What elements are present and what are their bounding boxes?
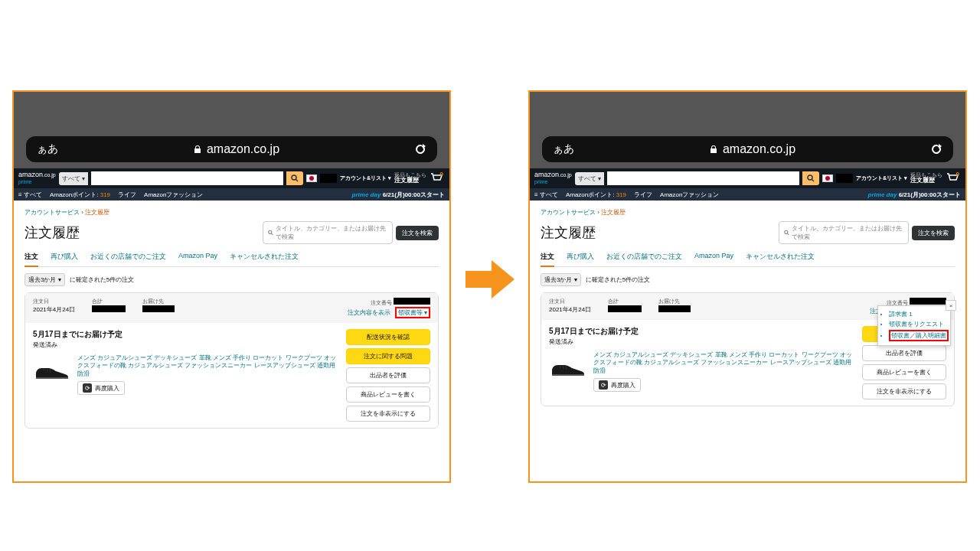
search-icon xyxy=(784,230,789,236)
crumb-account[interactable]: アカウントサービス xyxy=(24,209,80,216)
transition-arrow-icon xyxy=(466,260,514,298)
period-dropdown[interactable]: 過去3か月 ▾ xyxy=(24,273,65,286)
order-search-input[interactable]: タイトル、カテゴリー、またはお届け先で検索 xyxy=(779,221,909,244)
nav-all[interactable]: ≡ すべて xyxy=(534,191,558,199)
amazon-logo[interactable]: amazon.co.jp prime xyxy=(534,171,572,185)
amazon-logo[interactable]: amazon.co.jp prime xyxy=(18,171,56,185)
close-icon[interactable]: × xyxy=(946,300,956,311)
highlight-receipt-detail: 領収書／購入明細書 xyxy=(889,330,949,341)
primeday-banner[interactable]: prime day 6/21(月)00:00スタート xyxy=(352,191,445,199)
ship-status: 発送済み xyxy=(33,340,338,350)
product-title[interactable]: メンズ カジュアルシューズ デッキシューズ 革靴 メンズ 手作り ローカット ワ… xyxy=(77,354,338,378)
crumb-account[interactable]: アカウントサービス xyxy=(541,209,596,216)
breadcrumb: アカウントサービス › 注文履歴 xyxy=(541,205,955,218)
rate-seller-button[interactable]: 出品者を評価 xyxy=(862,345,946,361)
track-button[interactable]: 配送状況を確認 xyxy=(346,329,430,345)
nav-life[interactable]: ライフ xyxy=(118,191,136,199)
nav-all[interactable]: ≡ すべて xyxy=(18,191,42,199)
account-menu[interactable]: アカウント&リスト ▾ xyxy=(856,175,907,181)
primeday-banner[interactable]: prime day 6/21(月)00:00スタート xyxy=(868,191,961,199)
lock-icon xyxy=(709,145,718,154)
search-category-dropdown[interactable]: すべて ▾ xyxy=(575,172,604,185)
search-input[interactable] xyxy=(607,171,799,185)
product-image[interactable] xyxy=(549,351,587,382)
page-title: 注文履歴 xyxy=(24,223,80,242)
receipt-popover: × 請求書 1 領収書をリクエスト 領収書／購入明細書 xyxy=(877,305,951,346)
nav-points[interactable]: Amazonポイント: 319 xyxy=(50,191,110,199)
order-search-input[interactable]: タイトル、カテゴリー、またはお届け先で検索 xyxy=(263,221,393,244)
delivery-estimate: 5月17日までにお届け予定 xyxy=(549,326,854,337)
shoe-icon xyxy=(549,354,587,379)
flag-jp-icon[interactable] xyxy=(822,174,833,182)
product-image[interactable] xyxy=(33,354,71,385)
receipt-dropdown[interactable]: 領収書等 ▾ xyxy=(398,309,427,316)
period-dropdown[interactable]: 過去3か月 ▾ xyxy=(541,273,581,286)
svg-point-4 xyxy=(808,175,812,180)
receipt-item-invoice[interactable]: 請求書 1 xyxy=(889,309,946,319)
nav-life[interactable]: ライフ xyxy=(634,191,652,199)
review-button[interactable]: 商品レビューを書く xyxy=(862,364,946,380)
browser-chrome: ぁあ amazon.co.jp xyxy=(530,92,965,168)
reload-icon[interactable] xyxy=(414,143,426,155)
account-menu[interactable]: アカウント&リスト ▾ xyxy=(340,175,391,181)
search-input[interactable] xyxy=(91,171,283,185)
refresh-icon: ⟳ xyxy=(599,380,608,390)
nav-fashion[interactable]: Amazonファッション xyxy=(660,191,719,199)
tab-pay[interactable]: Amazon Pay xyxy=(694,252,733,262)
receipt-item-request[interactable]: 領収書をリクエスト xyxy=(889,319,946,329)
redacted xyxy=(658,305,691,312)
tab-cancelled[interactable]: キャンセルされた注文 xyxy=(746,252,815,262)
reload-icon[interactable] xyxy=(930,143,942,155)
hide-order-button[interactable]: 注文を非表示にする xyxy=(862,383,946,399)
product-title[interactable]: メンズ カジュアルシューズ デッキシューズ 革靴 メンズ 手作り ローカット ワ… xyxy=(593,351,854,375)
orders-link[interactable]: 返品もこちら 注文履歴 xyxy=(910,172,942,184)
svg-line-3 xyxy=(271,233,273,235)
delivery-estimate: 5月17日までにお届け予定 xyxy=(33,329,338,340)
problem-button[interactable]: 注文に関する問題 xyxy=(346,348,430,364)
tab-orders[interactable]: 注文 xyxy=(24,252,38,267)
order-search-button[interactable]: 注文を検索 xyxy=(912,226,955,240)
amazon-header: amazon.co.jp prime すべて ▾ アカウント&リスト ▾ 返品も… xyxy=(14,168,449,188)
order-search-button[interactable]: 注文を検索 xyxy=(396,226,439,240)
screenshot-after: ぁあ amazon.co.jp amazon.co.jp prime すべて ▾… xyxy=(528,90,967,483)
hide-order-button[interactable]: 注文を非表示にする xyxy=(346,406,430,422)
order-card-header: 注文日2021年4月24日 合計 お届け先 注文番号 注文内容を表示 領収書等 … xyxy=(25,293,438,323)
tab-store[interactable]: お近くの店舗でのご注文 xyxy=(606,252,682,262)
reader-icon[interactable]: ぁあ xyxy=(553,142,574,156)
tab-cancelled[interactable]: キャンセルされた注文 xyxy=(230,252,299,262)
buy-again-button[interactable]: ⟳ 再度購入 xyxy=(593,378,641,392)
buy-again-button[interactable]: ⟳ 再度購入 xyxy=(77,381,125,395)
svg-line-7 xyxy=(787,233,789,235)
reader-icon[interactable]: ぁあ xyxy=(37,142,58,156)
nav-fashion[interactable]: Amazonファッション xyxy=(144,191,203,199)
receipt-item-detail[interactable]: 領収書／購入明細書 xyxy=(889,329,946,342)
search-button[interactable] xyxy=(802,171,819,185)
tab-buyagain[interactable]: 再び購入 xyxy=(51,252,78,262)
address-bar[interactable]: ぁあ amazon.co.jp xyxy=(542,136,953,162)
nav-points[interactable]: Amazonポイント: 319 xyxy=(566,191,626,199)
redacted xyxy=(320,174,337,183)
search-icon xyxy=(291,174,299,182)
flag-jp-icon[interactable] xyxy=(306,174,317,182)
cart-icon[interactable]: 0 xyxy=(430,172,445,184)
page-content: アカウントサービス › 注文履歴 注文履歴 タイトル、カテゴリー、またはお届け先… xyxy=(530,201,965,411)
crumb-current: 注文履歴 xyxy=(85,209,109,216)
search-button[interactable] xyxy=(286,171,303,185)
order-tabs: 注文 再び購入 お近くの店舗でのご注文 Amazon Pay キャンセルされた注… xyxy=(541,252,955,267)
search-category-dropdown[interactable]: すべて ▾ xyxy=(59,172,88,185)
order-detail-link[interactable]: 注文内容を表示 xyxy=(348,309,390,316)
redacted xyxy=(836,174,853,183)
address-bar[interactable]: ぁあ amazon.co.jp xyxy=(26,136,437,162)
review-button[interactable]: 商品レビューを書く xyxy=(346,386,430,403)
rate-seller-button[interactable]: 出品者を評価 xyxy=(346,367,430,383)
redacted xyxy=(910,298,946,305)
breadcrumb: アカウントサービス › 注文履歴 xyxy=(24,205,439,218)
cart-icon[interactable]: 0 xyxy=(946,172,961,184)
tab-store[interactable]: お近くの店舗でのご注文 xyxy=(90,252,166,262)
tab-buyagain[interactable]: 再び購入 xyxy=(567,252,594,262)
svg-line-5 xyxy=(812,179,814,181)
tab-pay[interactable]: Amazon Pay xyxy=(178,252,217,262)
shoe-icon xyxy=(33,357,71,382)
orders-link[interactable]: 返品もこちら 注文履歴 xyxy=(394,172,426,184)
tab-orders[interactable]: 注文 xyxy=(541,252,554,267)
